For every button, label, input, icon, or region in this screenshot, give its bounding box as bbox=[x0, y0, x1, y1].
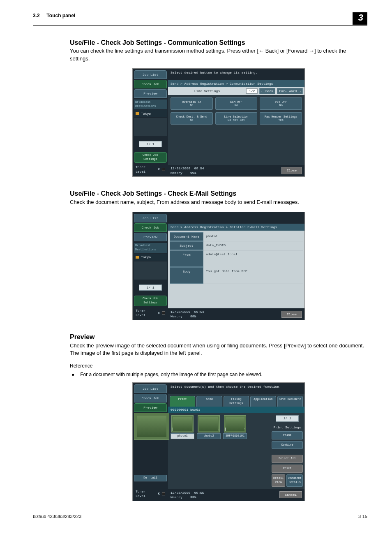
status-bar: 12/28/2009 09:55Memory 99% Cancel bbox=[168, 489, 304, 501]
panel-email-settings: Job List Check Job Preview Broadcast Des… bbox=[132, 212, 305, 321]
doc-name-value: photo1 bbox=[203, 232, 303, 241]
select-all-button[interactable]: Select All bbox=[272, 455, 303, 463]
tab-application[interactable]: Application bbox=[250, 396, 276, 407]
instruction-bar: Select desired button to change its sett… bbox=[168, 69, 304, 80]
ecm-off-button[interactable]: ECM OFFNo bbox=[215, 97, 258, 110]
preview-tab[interactable]: Preview bbox=[134, 89, 167, 98]
dest-page-indicator: 1/ 1 bbox=[139, 141, 162, 147]
doc-thumb: 🔒1 bbox=[198, 415, 220, 432]
doc-name: photo2 bbox=[197, 433, 221, 439]
toner-label: Toner Level bbox=[136, 165, 157, 174]
email-detail-area: Document Namephoto1 Subjectdata_PHOTO Fr… bbox=[168, 231, 304, 308]
doc-page-indicator: 1/ 1 bbox=[276, 415, 299, 421]
reference-label: Reference bbox=[70, 363, 367, 370]
detail-view-button[interactable]: Detail View bbox=[272, 474, 285, 487]
preview-tab[interactable]: Preview bbox=[134, 403, 167, 412]
check-job-settings-button[interactable]: Check Job Settings bbox=[134, 296, 167, 306]
dest-blank bbox=[134, 261, 167, 280]
check-job-tab[interactable]: Check Job bbox=[134, 394, 167, 402]
body-value: You got data from MFP. bbox=[203, 267, 303, 284]
dest-row-tokyo[interactable]: Tokyo bbox=[134, 110, 167, 117]
dest-row-tokyo[interactable]: Tokyo bbox=[134, 254, 167, 261]
preview-thumbnail bbox=[134, 413, 169, 440]
bullet-icon: ● bbox=[71, 371, 74, 378]
toner-bar-icon bbox=[162, 168, 165, 171]
tab-save-document[interactable]: Save Document bbox=[277, 396, 303, 407]
breadcrumb: Send > Address Registration > Detailed E… bbox=[168, 224, 304, 231]
lock-icon: 🔒 bbox=[225, 428, 231, 432]
doc-name-label: Document Name bbox=[170, 232, 203, 241]
reset-button[interactable]: Reset bbox=[272, 465, 303, 473]
page-footer: bizhub 423/363/283/223 3-15 bbox=[33, 513, 367, 520]
document-grid: 🔍1 photo1 🔒1 photo2 🔒2 SMFP0808191 bbox=[168, 413, 270, 489]
magnify-icon: 🔍 bbox=[173, 428, 179, 432]
toner-bar-icon bbox=[162, 311, 165, 314]
preview-tab[interactable]: Preview bbox=[134, 233, 167, 241]
section2-title: Use/File - Check Job Settings - Check E-… bbox=[70, 189, 367, 198]
toner-bar-icon bbox=[162, 492, 165, 495]
subject-value: data_PHOTO bbox=[203, 241, 303, 250]
line-selection-button[interactable]: Line SelectionDo Not Set bbox=[215, 112, 258, 125]
instruction-bar bbox=[168, 212, 304, 224]
section3-title: Preview bbox=[70, 333, 367, 342]
detail-button[interactable]: De- tail bbox=[134, 475, 167, 481]
close-button[interactable]: Close bbox=[281, 311, 302, 318]
close-button[interactable]: Close bbox=[281, 167, 302, 174]
doc-item-photo2[interactable]: 🔒1 photo2 bbox=[197, 415, 221, 439]
combine-button[interactable]: Combine bbox=[272, 441, 303, 449]
header-section-title: Touch panel bbox=[46, 13, 75, 18]
lock-icon: 🔒 bbox=[199, 428, 205, 432]
mail-icon bbox=[136, 256, 139, 259]
line-settings-title: Line Settings bbox=[170, 89, 244, 93]
job-list-tab[interactable]: Job List bbox=[134, 214, 167, 222]
panel-preview: Job List Check Job Preview De- tail Tone… bbox=[132, 382, 305, 501]
overseas-tx-button[interactable]: Overseas TXNo bbox=[171, 97, 213, 110]
toner-row: Toner Level K bbox=[134, 488, 167, 500]
instruction-bar: Select document(s) and then choose the d… bbox=[168, 383, 304, 394]
check-dest-send-button[interactable]: Check Dest. & SendNo bbox=[171, 112, 213, 125]
toner-row: Toner Level K bbox=[134, 307, 167, 319]
document-details-button[interactable]: Document Details bbox=[286, 474, 303, 487]
doc-thumb: 🔍1 bbox=[171, 415, 194, 432]
tab-send[interactable]: Send bbox=[196, 396, 222, 407]
check-job-settings-button[interactable]: Check Job Settings bbox=[134, 152, 167, 163]
settings-grid: Overseas TXNo ECM OFFNo V34 OFFNo Check … bbox=[168, 95, 304, 165]
dest-label: Tokyo bbox=[141, 255, 151, 259]
status-left: 12/28/2009 09:54Memory 99% bbox=[171, 166, 204, 175]
header-left: 3.2 Touch panel bbox=[33, 12, 75, 19]
print-button[interactable]: Print bbox=[272, 431, 303, 439]
page-header: 3.2 Touch panel 3 bbox=[33, 12, 367, 26]
job-list-tab[interactable]: Job List bbox=[134, 70, 167, 79]
doc-item-smfp[interactable]: 🔒2 SMFP0808191 bbox=[223, 415, 247, 439]
dest-label: Tokyo bbox=[141, 111, 151, 116]
box-bar: 000000001 box01 bbox=[168, 407, 304, 413]
job-list-tab[interactable]: Job List bbox=[134, 384, 167, 393]
dest-blank bbox=[134, 118, 167, 136]
side-actions: 1/ 1 Print Settings Print Combine Select… bbox=[270, 413, 304, 489]
cancel-button[interactable]: Cancel bbox=[279, 491, 302, 498]
v34-off-button[interactable]: V34 OFFNo bbox=[260, 97, 302, 110]
body-label: Body bbox=[170, 267, 203, 284]
subject-label: Subject bbox=[170, 241, 203, 250]
doc-name: photo1 bbox=[171, 433, 194, 439]
doc-item-photo1[interactable]: 🔍1 photo1 bbox=[171, 415, 194, 439]
check-job-tab[interactable]: Check Job bbox=[134, 223, 167, 232]
from-value: admin@test.local bbox=[203, 250, 303, 267]
back-button[interactable]: ← Back bbox=[259, 88, 275, 94]
section1-desc: You can check the line settings and tran… bbox=[70, 47, 367, 62]
print-settings-title: Print Settings bbox=[272, 425, 303, 430]
line-settings-bar: Line Settings 1/2 ← Back For- ward → bbox=[168, 87, 304, 95]
line-settings-page: 1/2 bbox=[246, 88, 258, 94]
fax-header-settings-button[interactable]: Fax Header SettingsYes bbox=[260, 112, 302, 125]
broadcast-header: Broadcast Destinations bbox=[134, 243, 167, 253]
tab-print[interactable]: Print bbox=[170, 396, 195, 407]
panel-comm-settings: Job List Check Job Preview Broadcast Des… bbox=[132, 68, 305, 177]
section2-desc: Check the document name, subject, From a… bbox=[70, 199, 367, 206]
section3-desc: Check the preview image of the selected … bbox=[70, 342, 367, 357]
tab-filing[interactable]: Filing Settings bbox=[224, 396, 249, 407]
forward-button[interactable]: For- ward → bbox=[277, 88, 303, 94]
from-label: From bbox=[170, 250, 203, 267]
check-job-tab[interactable]: Check Job bbox=[134, 80, 167, 88]
broadcast-header: Broadcast Destinations bbox=[134, 99, 167, 109]
toner-k: K bbox=[158, 167, 160, 171]
